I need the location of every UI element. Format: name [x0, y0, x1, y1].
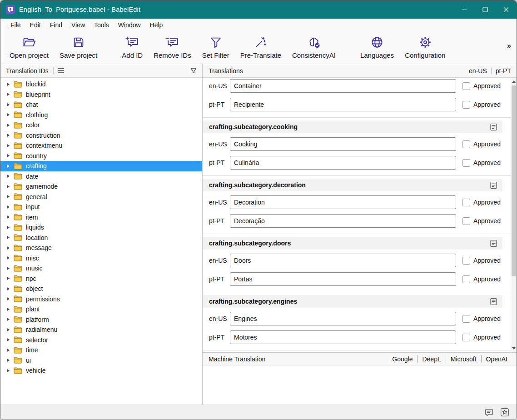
translation-input-pt-pt[interactable] — [230, 330, 456, 344]
save-project-button[interactable]: Save project — [54, 34, 103, 60]
expand-arrow-icon[interactable] — [6, 287, 10, 291]
tree-item-country[interactable]: country — [0, 151, 202, 161]
expand-arrow-icon[interactable] — [6, 235, 10, 240]
expand-arrow-icon[interactable] — [6, 369, 10, 373]
open-project-button[interactable]: Open project — [4, 34, 54, 60]
tree-item-vehicle[interactable]: vehicle — [0, 365, 202, 376]
tree-item-liquids[interactable]: liquids — [0, 222, 202, 233]
expand-arrow-icon[interactable] — [6, 266, 10, 270]
expand-arrow-icon[interactable] — [6, 185, 10, 189]
translation-input-en-us[interactable] — [230, 312, 456, 325]
approved-checkbox[interactable] — [462, 275, 470, 283]
scrollbar-thumb[interactable] — [512, 85, 516, 276]
expand-arrow-icon[interactable] — [6, 123, 10, 127]
menu-file[interactable]: File — [6, 20, 25, 30]
expand-arrow-icon[interactable] — [6, 276, 10, 280]
expand-arrow-icon[interactable] — [6, 174, 10, 178]
translation-input-pt-pt[interactable] — [230, 214, 456, 228]
tree-item-clothing[interactable]: clothing — [0, 110, 202, 120]
expand-arrow-icon[interactable] — [6, 103, 10, 107]
tree-item-construction[interactable]: construction — [0, 130, 202, 141]
tree-item-permissions[interactable]: permissions — [0, 294, 202, 305]
pre-translate-button[interactable]: Pre-Translate — [235, 34, 287, 60]
translation-input-en-us[interactable] — [230, 79, 456, 93]
expand-arrow-icon[interactable] — [6, 195, 10, 199]
approved-checkbox[interactable] — [462, 159, 470, 167]
language-column-pt-pt[interactable]: pt-PT — [496, 67, 511, 75]
comment-icon[interactable] — [490, 298, 497, 305]
expand-arrow-icon[interactable] — [6, 225, 10, 230]
expand-arrow-icon[interactable] — [6, 92, 10, 96]
tree-item-radialmenu[interactable]: radialmenu — [0, 325, 202, 335]
tree-item-platform[interactable]: platform — [0, 315, 202, 325]
scroll-up-icon[interactable] — [511, 78, 517, 85]
expand-arrow-icon[interactable] — [6, 256, 10, 260]
provider-deepl[interactable]: DeepL — [418, 355, 445, 363]
expand-arrow-icon[interactable] — [6, 297, 10, 301]
scroll-down-icon[interactable] — [511, 345, 517, 352]
tree-item-color[interactable]: color — [0, 120, 202, 130]
expand-arrow-icon[interactable] — [6, 328, 10, 332]
tree-item-plant[interactable]: plant — [0, 304, 202, 315]
translation-input-en-us[interactable] — [230, 254, 456, 267]
expand-arrow-icon[interactable] — [6, 133, 10, 137]
remove-ids-button[interactable]: Remove IDs — [148, 34, 197, 60]
titlebar[interactable]: English_To_Portguese.babel - BabelEdit — [0, 0, 517, 19]
expand-arrow-icon[interactable] — [6, 348, 10, 352]
translation-input-en-us[interactable] — [230, 195, 456, 209]
approved-checkbox[interactable] — [462, 315, 470, 323]
filter-icon[interactable] — [189, 67, 198, 75]
translation-input-en-us[interactable] — [230, 137, 456, 151]
language-column-en-us[interactable]: en-US — [469, 67, 487, 75]
tree-item-music[interactable]: music — [0, 263, 202, 274]
menu-view[interactable]: View — [67, 20, 89, 30]
tree-item-npc[interactable]: npc — [0, 274, 202, 284]
expand-arrow-icon[interactable] — [6, 317, 10, 321]
consistency-ai-button[interactable]: ConsistencyAI — [287, 34, 341, 60]
tree-item-selector[interactable]: selector — [0, 335, 202, 345]
tree-item-ui[interactable]: ui — [0, 355, 202, 366]
expand-arrow-icon[interactable] — [6, 205, 10, 209]
menu-window[interactable]: Window — [114, 20, 145, 30]
expand-arrow-icon[interactable] — [6, 113, 10, 117]
tree-item-date[interactable]: date — [0, 171, 202, 182]
comment-icon[interactable] — [490, 123, 497, 131]
tree-item-misc[interactable]: misc — [0, 253, 202, 264]
tree-item-object[interactable]: object — [0, 284, 202, 294]
add-id-button[interactable]: Add ID — [116, 34, 148, 60]
tree-item-item[interactable]: item — [0, 212, 202, 223]
expand-arrow-icon[interactable] — [6, 246, 10, 250]
languages-button[interactable]: Languages — [355, 34, 399, 60]
rate-icon[interactable] — [500, 408, 509, 417]
toolbar-overflow-chevron[interactable]: » — [507, 42, 511, 50]
translation-input-pt-pt[interactable] — [230, 98, 456, 111]
tree-item-chat[interactable]: chat — [0, 100, 202, 110]
provider-microsoft[interactable]: Microsoft — [446, 355, 481, 363]
tree-item-gamemode[interactable]: gamemode — [0, 181, 202, 192]
vertical-scrollbar[interactable] — [511, 78, 517, 352]
menu-tools[interactable]: Tools — [89, 20, 114, 30]
approved-checkbox[interactable] — [462, 257, 470, 265]
approved-checkbox[interactable] — [462, 217, 470, 225]
tree-item-input[interactable]: input — [0, 202, 202, 212]
tree-item-blueprint[interactable]: blueprint — [0, 90, 202, 100]
menu-find[interactable]: Find — [45, 20, 67, 30]
expand-arrow-icon[interactable] — [6, 164, 10, 168]
tree-item-general[interactable]: general — [0, 192, 202, 202]
approved-checkbox[interactable] — [462, 82, 470, 90]
provider-openai[interactable]: OpenAI — [482, 355, 512, 363]
approved-checkbox[interactable] — [462, 140, 470, 148]
expand-arrow-icon[interactable] — [6, 154, 10, 158]
translation-input-pt-pt[interactable] — [230, 156, 456, 170]
expand-arrow-icon[interactable] — [6, 338, 10, 342]
tree-item-blockid[interactable]: blockid — [0, 79, 202, 90]
menu-edit[interactable]: Edit — [25, 20, 45, 30]
translation-input-pt-pt[interactable] — [230, 272, 456, 286]
view-options-icon[interactable] — [57, 68, 65, 74]
expand-arrow-icon[interactable] — [6, 215, 10, 219]
set-filter-button[interactable]: Set Filter — [197, 34, 235, 60]
tree-item-location[interactable]: location — [0, 233, 202, 243]
menu-help[interactable]: Help — [145, 20, 168, 30]
configuration-button[interactable]: Configuration — [399, 34, 451, 60]
tree-item-contextmenu[interactable]: contextmenu — [0, 140, 202, 151]
